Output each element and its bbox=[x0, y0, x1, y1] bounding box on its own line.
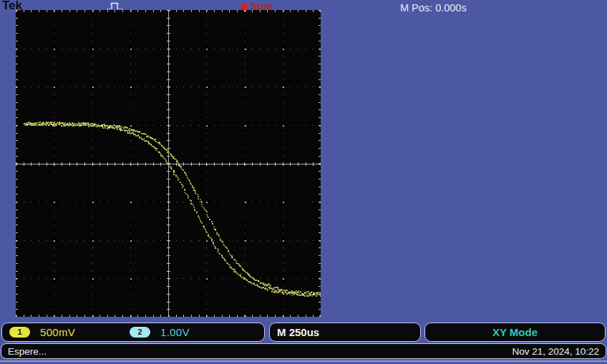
ch2-scale-readout: 1.00V bbox=[160, 326, 190, 338]
oscilloscope-screen: Tek Stop M Pos: 0.000s 1 500mV 2 1.00V M… bbox=[0, 0, 607, 364]
timebase-readout-box: M 250us bbox=[269, 323, 421, 342]
ch2-badge: 2 bbox=[130, 327, 150, 338]
status-bar: Espere... Nov 21, 2024, 10:22 bbox=[1, 343, 606, 359]
ch1-badge: 1 bbox=[9, 327, 30, 338]
timebase-readout: M 250us bbox=[277, 326, 319, 338]
ch1-scale-readout: 500mV bbox=[40, 326, 75, 338]
stop-dot-icon bbox=[241, 4, 248, 10]
status-message: Espere... bbox=[8, 346, 47, 357]
datetime-readout: Nov 21, 2024, 10:22 bbox=[512, 346, 599, 357]
waveform-canvas bbox=[16, 10, 321, 317]
screen-bottom-edge bbox=[0, 360, 607, 362]
graticule-display bbox=[16, 10, 321, 317]
display-mode-readout: XY Mode bbox=[425, 326, 605, 338]
channel-readout-box: 1 500mV 2 1.00V bbox=[1, 323, 265, 342]
display-mode-box: XY Mode bbox=[424, 323, 606, 342]
horizontal-position-readout: M Pos: 0.000s bbox=[400, 2, 467, 14]
